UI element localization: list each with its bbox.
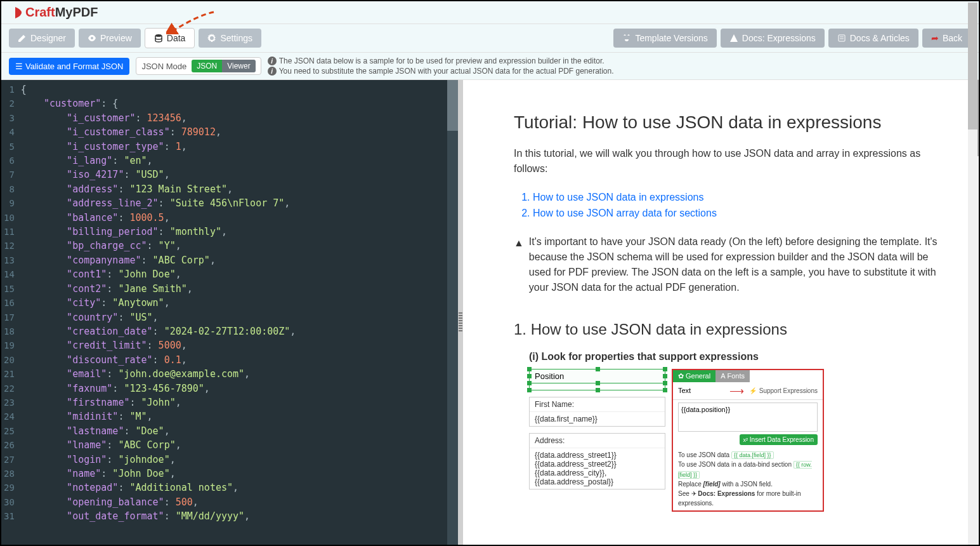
svg-point-0 bbox=[155, 34, 162, 37]
info-icon: i bbox=[268, 57, 277, 65]
template-versions-button[interactable]: Template Versions bbox=[613, 29, 716, 48]
toggle-json[interactable]: JSON bbox=[192, 60, 222, 72]
info-text-2: You need to substitute the sample JSON w… bbox=[279, 67, 614, 76]
logo-icon bbox=[9, 6, 23, 20]
general-tab[interactable]: ✿General bbox=[673, 370, 715, 382]
split-divider[interactable] bbox=[458, 80, 463, 545]
scrollbar-thumb[interactable] bbox=[447, 80, 458, 131]
back-icon: ➦ bbox=[931, 33, 939, 43]
info-text-1: The JSON data below is a sample for to b… bbox=[279, 57, 604, 65]
info-lines: iThe JSON data below is a sample for to … bbox=[268, 57, 614, 76]
tab-designer[interactable]: Designer bbox=[9, 29, 75, 48]
properties-panel: ✿General AFonts Text ⟶ ⚡ Support Express… bbox=[672, 369, 824, 512]
tutorial-title: Tutorial: How to use JSON data in expres… bbox=[514, 112, 941, 133]
toc-link-1[interactable]: How to use JSON data in expressions bbox=[533, 192, 703, 203]
main: 1234567891011121314151617181920212223242… bbox=[1, 80, 979, 545]
tab-preview[interactable]: Preview bbox=[79, 29, 141, 48]
scrollbar-thumb[interactable] bbox=[968, 3, 977, 130]
tab-data[interactable]: Data bbox=[145, 28, 195, 48]
preview-pane: Tutorial: How to use JSON data in expres… bbox=[463, 80, 979, 545]
toggle-viewer[interactable]: Viewer bbox=[222, 60, 255, 72]
notes: To use JSON data {{ data.[field] }} To u… bbox=[673, 448, 823, 511]
support-label: Support Expressions bbox=[759, 387, 818, 394]
logo[interactable]: CraftMyPDF bbox=[9, 5, 971, 20]
intro-text: In this tutorial, we will walk you throu… bbox=[514, 146, 941, 176]
section-heading: 1. How to use JSON data in expressions bbox=[514, 321, 941, 338]
editor-scrollbar[interactable] bbox=[447, 80, 458, 545]
docs-expressions-button[interactable]: Docs: Expressions bbox=[721, 29, 825, 48]
bolt-icon: ⚡ bbox=[749, 387, 757, 394]
address-field: Address: {{data.address_street1}} {{data… bbox=[529, 433, 665, 489]
info-icon: i bbox=[268, 67, 277, 76]
warning-note: ▲ It's important to have your JSON data … bbox=[514, 234, 941, 295]
docs-articles-button[interactable]: Docs & Articles bbox=[828, 29, 918, 48]
code[interactable]: { "customer": { "i_customer": 123456, "i… bbox=[21, 80, 458, 545]
list-icon: ☰ bbox=[15, 62, 23, 71]
pin-icon: ✈ bbox=[691, 490, 696, 497]
warning-icon: ▲ bbox=[514, 236, 524, 251]
json-mode-group: JSON Mode JSON Viewer bbox=[136, 57, 261, 75]
fonts-tab[interactable]: AFonts bbox=[715, 370, 750, 382]
expression-textarea[interactable]: {{data.position}} bbox=[678, 403, 818, 432]
tab-settings[interactable]: Settings bbox=[199, 29, 261, 48]
font-icon: A bbox=[721, 372, 725, 380]
insert-expression-button[interactable]: x² Insert Data Expression bbox=[740, 434, 818, 445]
firstname-field: First Name: {{data.first_name}} bbox=[529, 397, 665, 427]
json-editor[interactable]: 1234567891011121314151617181920212223242… bbox=[1, 80, 458, 545]
toc-link-2[interactable]: How to use JSON array data for sections bbox=[533, 208, 717, 218]
subsection-heading: (i) Look for properties that support exp… bbox=[514, 351, 941, 363]
toolbar: Designer Preview Data Settings Template … bbox=[1, 24, 979, 53]
mode-label: JSON Mode bbox=[141, 62, 186, 71]
position-box: Position bbox=[529, 369, 665, 383]
text-label: Text bbox=[678, 387, 691, 394]
gear-icon: ✿ bbox=[678, 372, 684, 380]
mode-toggle[interactable]: JSON Viewer bbox=[192, 60, 255, 72]
warning-text: It's important to have your JSON data re… bbox=[529, 234, 941, 295]
outer-scrollbar[interactable] bbox=[968, 3, 977, 543]
gutter: 1234567891011121314151617181920212223242… bbox=[1, 80, 21, 545]
validate-json-button[interactable]: ☰ Validate and Format JSON bbox=[9, 58, 129, 75]
back-button[interactable]: ➦Back bbox=[922, 29, 971, 48]
subbar: ☰ Validate and Format JSON JSON Mode JSO… bbox=[1, 53, 979, 80]
mockup: Position First Name: {{data.first_name}}… bbox=[514, 369, 941, 512]
topbar: CraftMyPDF bbox=[1, 1, 979, 24]
red-arrow-icon: ⟶ bbox=[729, 385, 744, 397]
svg-rect-1 bbox=[839, 35, 845, 41]
